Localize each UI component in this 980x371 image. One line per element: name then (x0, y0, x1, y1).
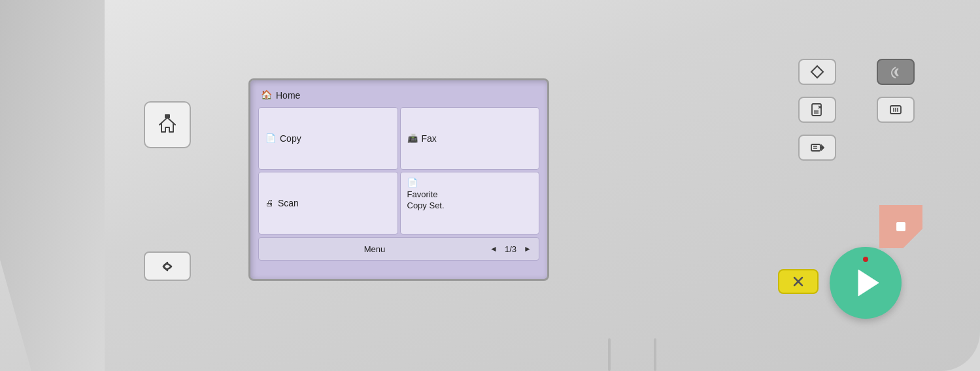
fax-icon: 📠 (407, 133, 418, 144)
job-status-button[interactable] (798, 97, 836, 123)
lcd-fax-button[interactable]: 📠 Fax (400, 107, 540, 170)
printer-panel: 🏠 Home 📄 Copy 📠 Fax 🖨 Scan 📄 Favorite (0, 0, 980, 371)
lcd-bottom-bar: Menu ◄ 1/3 ► (258, 237, 539, 261)
home-icon (156, 113, 179, 137)
start-icon (851, 268, 880, 297)
far-right-buttons (877, 59, 915, 123)
lcd-screen: 🏠 Home 📄 Copy 📠 Fax 🖨 Scan 📄 Favorite (248, 78, 549, 281)
svg-rect-19 (897, 223, 905, 231)
home-button[interactable] (144, 101, 191, 148)
back-icon (158, 257, 177, 276)
scan-icon: 🖨 (265, 198, 274, 208)
svg-marker-9 (822, 146, 824, 150)
lcd-next-button[interactable]: ► (520, 242, 535, 256)
clear-icon (791, 274, 805, 289)
stop-button[interactable] (879, 205, 922, 248)
lcd-nav-area: ◄ 1/3 ► (486, 242, 535, 256)
bottom-line-left (608, 338, 611, 371)
copy-icon: 📄 (265, 133, 276, 144)
sleep-icon (888, 65, 903, 79)
lcd-copy-button[interactable]: 📄 Copy (258, 107, 398, 170)
svg-rect-0 (165, 114, 170, 118)
lcd-home-icon: 🏠 (261, 89, 272, 101)
counter-icon (888, 103, 903, 117)
document-x-icon (810, 103, 824, 117)
copy-label: Copy (280, 133, 301, 144)
bottom-line-right (654, 338, 656, 371)
lcd-home-row: 🏠 Home (258, 88, 539, 102)
counter-button[interactable] (877, 97, 915, 123)
fax-label: Fax (422, 133, 437, 144)
svg-marker-1 (811, 66, 823, 78)
lcd-prev-button[interactable]: ◄ (486, 242, 501, 256)
svg-rect-2 (812, 104, 821, 116)
scan-label: Scan (278, 198, 299, 208)
svg-marker-18 (858, 270, 879, 296)
stop-icon (893, 219, 909, 234)
start-button[interactable] (830, 247, 902, 319)
scan-to-icon (810, 140, 824, 155)
lcd-favorite-button[interactable]: 📄 FavoriteCopy Set. (400, 172, 540, 234)
status-check-button[interactable] (798, 59, 836, 85)
lcd-page-indicator: 1/3 (505, 244, 516, 254)
start-indicator-dot (863, 257, 868, 262)
scan-to-button[interactable] (798, 135, 836, 161)
lcd-menu-grid: 📄 Copy 📠 Fax 🖨 Scan 📄 FavoriteCopy Set. (258, 107, 539, 234)
sleep-button[interactable] (877, 59, 915, 85)
lcd-menu-button[interactable]: Menu (263, 242, 486, 257)
right-function-buttons (798, 59, 836, 161)
clear-button[interactable] (778, 269, 819, 294)
back-button[interactable] (144, 251, 191, 281)
lcd-scan-button[interactable]: 🖨 Scan (258, 172, 398, 234)
svg-rect-7 (811, 144, 820, 151)
lcd-home-label: Home (276, 90, 300, 101)
favorite-label: FavoriteCopy Set. (407, 189, 445, 212)
diamond-icon (810, 65, 824, 79)
favorite-icon: 📄 (407, 178, 418, 188)
